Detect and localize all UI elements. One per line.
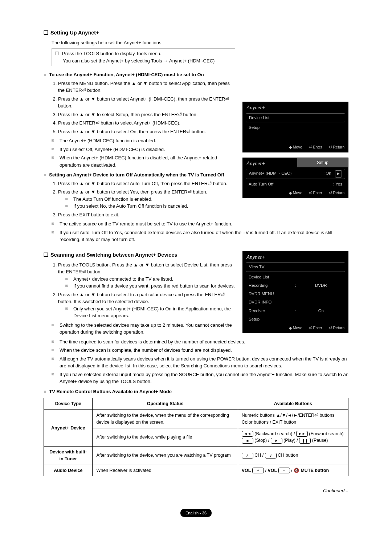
note: Although the TV automatically scans devi… [52, 355, 348, 370]
tools-tip-box: Press the TOOLS button to display Tools … [52, 48, 235, 66]
note: The active source on the TV remote must … [52, 220, 348, 228]
step: Press the ENTER⏎ button to select Anynet… [58, 119, 235, 127]
subhead-hdmi-cec-on: To use the Anynet+ Function, Anynet+ (HD… [44, 71, 235, 78]
steps-auto-off: Press the ▲ or ▼ button to select Auto T… [58, 180, 235, 219]
step: Press the MENU button. Press the ▲ or ▼ … [58, 80, 235, 94]
steps-scanning: Press the TOOLS button. Press the ▲ or ▼… [58, 261, 235, 319]
osd-footer: ◆ Move ⏎ Enter ↺ Return [243, 323, 348, 333]
note: If you have selected external input mode… [52, 371, 348, 385]
col-available-buttons: Available Buttons [238, 398, 348, 410]
mute-icon: 🔇 [294, 468, 299, 473]
osd-brand: Anynet+ [243, 252, 348, 261]
osd-footer: ◆ Move ⏎ Enter ↺ Return [243, 143, 348, 152]
step: Press the ▲ or ▼ button to select Anynet… [58, 95, 235, 110]
inner-note: Only when you set Anynet+ (HDMI-CEC) to … [65, 305, 235, 319]
step: Press the ▲ or ▼ button to select to a p… [58, 291, 235, 319]
osd-row: Setup [246, 315, 345, 323]
section-title-setup: Setting Up Anynet+ [44, 29, 235, 37]
table-header-row: Device Type Operating Status Available B… [44, 398, 348, 410]
step: Press the ▲ or ▼ to select Setup, then p… [58, 111, 235, 118]
enter-hint: ⏎ Enter [309, 325, 322, 331]
inner-note: If you select No, the Auto Turn Off func… [65, 203, 235, 210]
note: The time required to scan for devices is… [52, 338, 348, 346]
osd-row: DVDR INFO [246, 298, 345, 306]
inner-note: The Auto Turn Off function is enabled. [65, 196, 235, 203]
section-title-scanning: Scanning and Switching between Anynet+ D… [44, 251, 235, 259]
enter-hint: ⏎ Enter [309, 190, 322, 196]
osd-row-auto-off: Auto Turn Off : Yes [246, 180, 345, 188]
osd-row-anynet: Anynet+ (HDMI - CEC) : On ► [246, 169, 345, 179]
table-row: Audio Device When Receiver is activated … [44, 465, 348, 476]
subhead-remote-buttons: TV Remote Control Buttons Available in A… [44, 388, 348, 395]
operating-status-cell: After switching to the device, when the … [93, 410, 238, 428]
play-arrow-icon: ► [335, 170, 342, 177]
ch-down-icon: ∨ [265, 453, 277, 458]
enter-hint: ⏎ Enter [309, 144, 322, 150]
return-hint: ↺ Return [329, 325, 344, 331]
table-row: Device with built-in Tuner After switchi… [44, 447, 348, 465]
note: When the device scan is complete, the nu… [52, 347, 348, 354]
table-row: Anynet+ Device After switching to the de… [44, 410, 348, 428]
subhead-auto-off: Setting an Anynet+ Device to turn Off Au… [44, 171, 235, 179]
rewind-icon: ◄◄ [242, 431, 253, 437]
play-icon: ► [271, 438, 282, 444]
note: If you select Off, Anynet+ (HDMI-CEC) is… [52, 146, 235, 153]
osd-panels: Anynet+ Device List Setup ◆ Move ⏎ Enter… [242, 102, 348, 220]
buttons-cell: ∧ CH / ∨ CH button [238, 447, 348, 465]
step: Press the EXIT button to exit. [58, 211, 235, 219]
osd-row-setup: Setup [246, 123, 345, 132]
fast-forward-icon: ►► [296, 431, 308, 437]
steps-hdmi-cec: Press the MENU button. Press the ▲ or ▼ … [58, 80, 235, 135]
remote-buttons-table: Device Type Operating Status Available B… [44, 398, 348, 476]
step: Press the ▲ or ▼ button to select On, th… [58, 128, 235, 135]
buttons-cell: Numeric buttons ▲/▼/◄/►/ENTER⏎ buttons C… [238, 410, 348, 428]
return-hint: ↺ Return [329, 190, 344, 196]
note: Switching to the selected devices may ta… [52, 322, 235, 336]
page-footer: English - 36 [44, 494, 348, 517]
device-type-cell: Device with built-in Tuner [44, 447, 93, 465]
vol-down-icon: − [278, 468, 290, 473]
ch-up-icon: ∧ [242, 453, 253, 458]
col-operating-status: Operating Status [93, 398, 238, 410]
move-hint: ◆ Move [289, 144, 302, 150]
device-type-cell: Anynet+ Device [44, 410, 93, 447]
page-number: English - 36 [180, 509, 212, 517]
osd-row: DVDR MENU [246, 290, 345, 298]
osd-brand: Anynet+ [243, 158, 297, 168]
step: Press the TOOLS button. Press the ▲ or ▼… [58, 261, 235, 290]
notes-auto-off: The active source on the TV remote must … [52, 220, 348, 243]
osd-row: Device List [246, 273, 345, 281]
operating-status-cell: After switching to the device, when you … [93, 447, 238, 465]
operating-status-cell: After switching to the device, while pla… [93, 428, 238, 447]
osd-panel-3: Anynet+ View TV Device List Recording:DV… [242, 251, 348, 333]
move-hint: ◆ Move [289, 325, 302, 331]
osd-title-setup: Setup [297, 158, 348, 168]
tool-line-2: You can also set the Anynet+ by selectin… [63, 57, 232, 65]
operating-status-cell: When Receiver is activated [93, 465, 238, 476]
stop-icon: ■ [242, 438, 253, 444]
tool-line-1: Press the TOOLS button to display Tools … [55, 50, 232, 57]
notes-scanning-more: The time required to scan for devices is… [52, 338, 348, 385]
osd-row-device-list: Device List [246, 113, 345, 122]
osd-brand: Anynet+ [243, 102, 348, 112]
buttons-cell: ◄◄ (Backward search) / ►► (Forward searc… [238, 428, 348, 447]
pause-icon: ❙❙ [299, 438, 311, 444]
move-hint: ◆ Move [289, 190, 302, 196]
step: Press the ▲ or ▼ button to select Auto T… [58, 180, 235, 187]
step: Press the ▲ or ▼ button to select Yes, t… [58, 188, 235, 210]
intro-text: The following settings help set the Anyn… [52, 39, 235, 46]
buttons-cell: VOL + / VOL − / 🔇 MUTE button [238, 465, 348, 476]
osd-row: Receiver:On [246, 307, 345, 315]
return-hint: ↺ Return [329, 144, 344, 150]
osd-panel-1: Anynet+ Device List Setup ◆ Move ⏎ Enter… [242, 102, 348, 152]
notes-hdmi-cec: The Anynet+ (HDMI-CEC) function is enabl… [52, 137, 235, 168]
inner-note: Anynet+ devices connected to the TV are … [65, 276, 235, 283]
note: When the Anynet+ (HDMI-CEC) function is … [52, 154, 235, 168]
vol-up-icon: + [252, 468, 264, 473]
osd-panel-2: Anynet+ Setup Anynet+ (HDMI - CEC) : On … [242, 158, 348, 198]
device-type-cell: Audio Device [44, 465, 93, 476]
note: The Anynet+ (HDMI-CEC) function is enabl… [52, 137, 235, 144]
osd-row: Recording:DVDR [246, 281, 345, 290]
osd-row-view-tv: View TV [246, 262, 345, 272]
note: If you set Auto Turn Off to Yes, connect… [52, 229, 348, 243]
